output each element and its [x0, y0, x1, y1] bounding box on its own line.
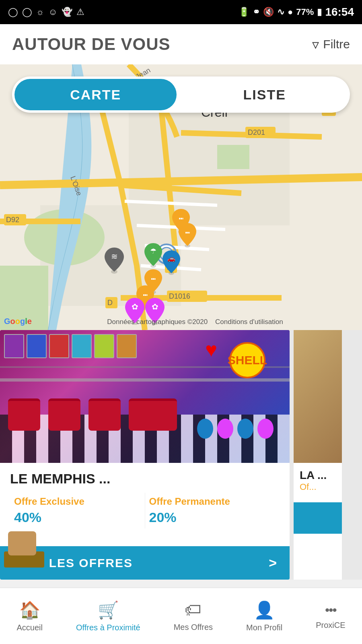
tag-icon: 🏷	[185, 600, 202, 619]
heart-icon: ♥	[205, 338, 217, 361]
facebook-icon-1: ◯	[8, 7, 18, 17]
venue-info: LE MEMPHIS ... Offre Exclusive 40% Offre…	[0, 463, 290, 542]
map-pin-swimming[interactable]: ≋	[103, 246, 126, 275]
svg-text:☂: ☂	[150, 247, 156, 255]
facebook-icon-2: ◯	[22, 7, 32, 17]
nav-profil-label: Mon Profil	[246, 623, 282, 632]
map-footer: Données cartographiques ©2020 Conditions…	[32, 318, 358, 326]
exclusive-offer: Offre Exclusive 40%	[10, 493, 145, 528]
status-bar: ◯ ◯ ☼ ☺ 👻 ⚠ 🔋 ⚭ 🔇 ∿ ● 77% ▮ 16:54	[0, 0, 362, 24]
filter-icon: ▿	[312, 36, 319, 52]
svg-text:≋: ≋	[111, 252, 118, 261]
permanente-value: 20%	[149, 510, 276, 525]
nav-offres-label: Offres à Proximité	[76, 623, 140, 632]
mute-icon: 🔇	[263, 7, 274, 17]
brightness-icon: ☼	[36, 7, 44, 17]
carte-button[interactable]: CARTE	[14, 79, 177, 110]
signal-icon: ●	[288, 7, 293, 17]
page-title: AUTOUR DE VOUS	[12, 35, 171, 54]
filter-label: Filtre	[323, 37, 350, 51]
status-icons-right: 🔋 ⚭ 🔇 ∿ ● 77% ▮ 16:54	[239, 6, 354, 19]
bluetooth-icon: ⚭	[253, 7, 260, 17]
venue-card-image: SHELL ♥	[0, 330, 290, 463]
map-data-credit: Données cartographiques ©2020	[107, 318, 208, 326]
header: AUTOUR DE VOUS ▿ Filtre	[0, 24, 362, 64]
exclusive-label: Offre Exclusive	[14, 496, 141, 507]
d1016-label: D1016	[169, 292, 190, 300]
shell-sign: SHELL	[229, 342, 265, 378]
venue-card-memphis: SHELL ♥ LE MEMPHIS ... Offre Exclusive 4…	[0, 330, 290, 580]
permanente-offer: Offre Permanente 20%	[145, 493, 280, 528]
map-container: D92 D201 D1016 D 2 D Creil de Jean L'Ois…	[0, 64, 362, 330]
warning-icon: ⚠	[76, 7, 84, 17]
face-icon: ☺	[48, 7, 57, 17]
venue-name: LE MEMPHIS ...	[10, 471, 280, 487]
view-toggle[interactable]: CARTE LISTE	[12, 76, 350, 113]
battery-icon: 🔋	[239, 7, 249, 17]
map-conditions: Conditions d'utilisation	[215, 318, 283, 326]
map-pin-car[interactable]: 🚗	[161, 249, 182, 277]
basket-icon: 🛒	[98, 600, 119, 620]
nav-proxice-label: ProxiCE	[316, 621, 345, 630]
battery-bar: ▮	[317, 7, 322, 17]
status-time: 16:54	[325, 6, 354, 19]
alien-icon: 👻	[62, 7, 72, 17]
wifi-icon: ∿	[277, 7, 284, 17]
nav-mon-profil[interactable]: 👤 Mon Profil	[242, 600, 286, 632]
permanente-label: Offre Permanente	[149, 496, 276, 507]
cards-area: SHELL ♥ LE MEMPHIS ... Offre Exclusive 4…	[0, 330, 362, 580]
svg-text:🚗: 🚗	[167, 255, 175, 262]
venue-card-partial: LA ... Of...	[294, 330, 342, 580]
svg-text:✿: ✿	[132, 302, 138, 311]
cards-scroll: SHELL ♥ LE MEMPHIS ... Offre Exclusive 4…	[0, 330, 362, 580]
voir-arrow: >	[269, 555, 278, 571]
nav-accueil-label: Accueil	[17, 623, 43, 632]
partial-voir-btn	[294, 502, 342, 534]
home-icon: 🏠	[19, 600, 40, 620]
partial-venue-name: LA ...	[300, 469, 336, 482]
svg-text:D: D	[107, 299, 113, 307]
liste-button[interactable]: LISTE	[179, 76, 350, 113]
nav-accueil[interactable]: 🏠 Accueil	[13, 600, 47, 632]
svg-text:⑉: ⑉	[151, 273, 156, 281]
svg-text:⑉: ⑉	[179, 213, 183, 221]
status-icons-left: ◯ ◯ ☼ ☺ 👻 ⚠	[8, 7, 84, 17]
partial-image	[294, 330, 342, 463]
bottom-nav: 🏠 Accueil 🛒 Offres à Proximité 🏷 Mes Off…	[0, 588, 362, 644]
more-icon: •••	[325, 603, 336, 617]
battery-percent: 77%	[296, 7, 314, 17]
svg-text:✿: ✿	[152, 302, 158, 311]
nav-mes-offres[interactable]: 🏷 Mes Offres	[170, 600, 217, 632]
filter-button[interactable]: ▿ Filtre	[312, 36, 350, 52]
offers-row: Offre Exclusive 40% Offre Permanente 20%	[10, 493, 280, 528]
d201-label: D201	[248, 128, 265, 136]
svg-rect-5	[217, 145, 249, 169]
exclusive-value: 40%	[14, 510, 141, 525]
nav-mes-offres-label: Mes Offres	[174, 623, 213, 632]
google-logo: Google	[4, 317, 32, 326]
d92-label: D92	[6, 216, 19, 224]
nav-proxice[interactable]: ••• ProxiCE	[312, 603, 349, 630]
svg-text:⑉: ⑉	[185, 227, 190, 235]
partial-info: LA ... Of...	[294, 463, 342, 498]
person-icon: 👤	[254, 600, 275, 620]
nav-offres-proximite[interactable]: 🛒 Offres à Proximité	[72, 600, 144, 632]
partial-offer-label: Of...	[300, 482, 336, 492]
map-pin-restaurant-2[interactable]: ⑉	[177, 221, 198, 249]
